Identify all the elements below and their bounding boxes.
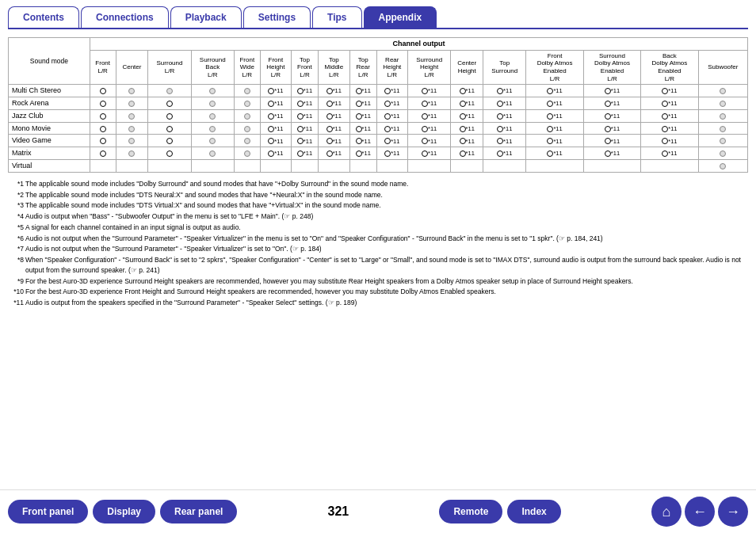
note-star: *5: [8, 223, 24, 233]
data-cell: [376, 159, 407, 172]
note-item: *6Audio is not output when the "Surround…: [8, 234, 748, 244]
rear-panel-button[interactable]: Rear panel: [160, 500, 237, 523]
data-cell: [526, 159, 583, 172]
data-cell: *11: [451, 85, 483, 97]
data-cell: *11: [376, 109, 407, 122]
data-cell: [191, 135, 234, 147]
data-cell: *11: [318, 97, 349, 109]
index-button[interactable]: Index: [507, 500, 560, 523]
notes-section: *1The applicable sound mode includes "Do…: [8, 179, 748, 308]
data-cell: *11: [583, 97, 640, 109]
data-cell: *11: [641, 122, 698, 135]
display-button[interactable]: Display: [93, 500, 155, 523]
note-text: The applicable sound mode includes "DTS …: [25, 190, 383, 200]
data-cell: [116, 109, 148, 122]
data-cell: [90, 122, 116, 135]
data-cell: *11: [292, 122, 319, 135]
note-item: *7Audio is not output when the "Surround…: [8, 244, 748, 254]
data-cell: *11: [318, 109, 349, 122]
data-cell: [191, 109, 234, 122]
data-cell: [641, 159, 698, 172]
data-cell: *11: [260, 85, 291, 97]
data-cell: [698, 85, 747, 97]
back-button[interactable]: ←: [685, 497, 715, 527]
col-top-front-lr: TopFrontL/R: [292, 50, 319, 84]
note-star: *10: [8, 287, 24, 297]
table-row: Virtual: [9, 159, 748, 172]
data-cell: *11: [292, 135, 319, 147]
data-cell: [116, 147, 148, 160]
tab-contents[interactable]: Contents: [8, 6, 79, 28]
data-cell: *11: [526, 85, 583, 97]
data-cell: *11: [451, 135, 483, 147]
data-cell: *11: [318, 147, 349, 160]
data-cell: [90, 109, 116, 122]
home-button[interactable]: ⌂: [651, 497, 682, 527]
col-back-dolby-atmos: BackDolby AtmosEnabledL/R: [641, 50, 698, 84]
data-cell: *11: [408, 135, 451, 147]
data-cell: *11: [292, 85, 319, 97]
forward-icon: →: [726, 504, 740, 520]
tab-playback[interactable]: Playback: [170, 6, 242, 28]
note-text: A signal for each channel contained in a…: [25, 223, 241, 233]
data-cell: *11: [260, 147, 291, 160]
footer-buttons-right: Remote Index: [439, 500, 560, 523]
tab-appendix[interactable]: Appendix: [364, 6, 437, 28]
sound-mode-col-header: Sound mode: [9, 38, 90, 85]
data-cell: *11: [408, 122, 451, 135]
data-cell: [116, 85, 148, 97]
data-cell: [148, 135, 191, 147]
tab-connections[interactable]: Connections: [81, 6, 169, 28]
data-cell: *11: [583, 122, 640, 135]
tab-settings[interactable]: Settings: [243, 6, 311, 28]
data-cell: [116, 159, 148, 172]
data-cell: *11: [451, 147, 483, 160]
note-star: *8: [8, 255, 24, 276]
data-cell: *11: [451, 97, 483, 109]
data-cell: [234, 147, 260, 160]
data-cell: *11: [318, 85, 349, 97]
col-front-dolby-atmos: FrontDolby AtmosEnabledL/R: [526, 50, 583, 84]
data-cell: *11: [641, 147, 698, 160]
data-cell: [116, 122, 148, 135]
data-cell: [260, 159, 291, 172]
remote-button[interactable]: Remote: [439, 500, 502, 523]
col-top-surround: TopSurround: [483, 50, 526, 84]
data-cell: [191, 159, 234, 172]
note-star: *6: [8, 234, 24, 244]
data-cell: *11: [451, 122, 483, 135]
data-cell: [234, 85, 260, 97]
data-cell: *11: [349, 135, 376, 147]
note-text: The applicable sound mode includes "DTS …: [25, 200, 381, 211]
data-cell: [191, 97, 234, 109]
front-panel-button[interactable]: Front panel: [8, 500, 88, 523]
data-cell: [90, 147, 116, 160]
note-text: Audio is not output when the "Surround P…: [25, 244, 322, 254]
note-item: *8When "Speaker Configuration" - "Surrou…: [8, 255, 748, 276]
top-navigation: Contents Connections Playback Settings T…: [0, 0, 756, 28]
data-cell: *11: [583, 85, 640, 97]
data-cell: *11: [376, 135, 407, 147]
back-icon: ←: [693, 504, 707, 520]
sound-mode-cell: Matrix: [9, 147, 90, 160]
data-cell: [234, 97, 260, 109]
sound-mode-cell: Multi Ch Stereo: [9, 85, 90, 97]
footer: Front panel Display Rear panel 321 Remot…: [0, 489, 756, 533]
data-cell: [292, 159, 319, 172]
table-row: Multi Ch Stereo*11*11*11*11*11*11*11*11*…: [9, 85, 748, 97]
note-item: *3The applicable sound mode includes "DT…: [8, 200, 748, 211]
footer-nav-icons: ⌂ ← →: [651, 497, 748, 527]
col-surround-back-lr: SurroundBackL/R: [191, 50, 234, 84]
note-star: *9: [8, 276, 24, 287]
sound-mode-cell: Video Game: [9, 135, 90, 147]
data-cell: [234, 135, 260, 147]
data-cell: *11: [451, 109, 483, 122]
data-cell: [148, 159, 191, 172]
col-surround-dolby-atmos: SurroundDolby AtmosEnabledL/R: [583, 50, 640, 84]
col-front-wide-lr: FrontWideL/R: [234, 50, 260, 84]
sound-mode-cell: Rock Arena: [9, 97, 90, 109]
data-cell: *11: [292, 97, 319, 109]
tab-tips[interactable]: Tips: [312, 6, 361, 28]
data-cell: *11: [641, 85, 698, 97]
forward-button[interactable]: →: [718, 497, 748, 527]
